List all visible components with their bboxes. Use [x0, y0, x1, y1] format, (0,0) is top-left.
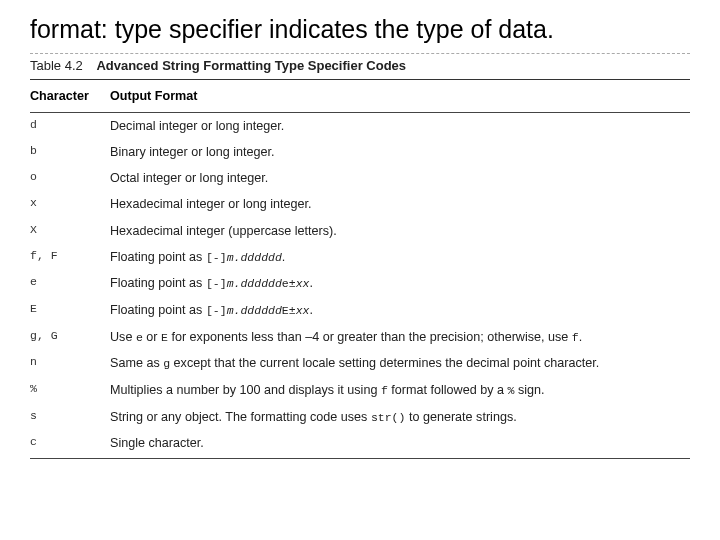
cell-character: s [30, 404, 110, 431]
cell-output-format: Hexadecimal integer or long integer. [110, 191, 690, 217]
intro-text: format: type specifier indicates the typ… [30, 14, 690, 45]
cell-output-format: Binary integer or long integer. [110, 139, 690, 165]
cell-output-format: Same as g except that the current locale… [110, 350, 690, 377]
table-row: EFloating point as [-]m.ddddddE±xx. [30, 297, 690, 324]
cell-character: c [30, 430, 110, 456]
cell-output-format: Multiplies a number by 100 and displays … [110, 377, 690, 404]
cell-character: o [30, 165, 110, 191]
cell-output-format: Octal integer or long integer. [110, 165, 690, 191]
table-row: %Multiplies a number by 100 and displays… [30, 377, 690, 404]
table-row: sString or any object. The formatting co… [30, 404, 690, 431]
table-body: dDecimal integer or long integer.bBinary… [30, 112, 690, 457]
col-header-output: Output Format [110, 81, 690, 112]
table-row: cSingle character. [30, 430, 690, 456]
table-top-rule [30, 79, 690, 80]
cell-character: b [30, 139, 110, 165]
cell-character: g, G [30, 324, 110, 351]
table-row: xHexadecimal integer or long integer. [30, 191, 690, 217]
cell-output-format: String or any object. The formatting cod… [110, 404, 690, 431]
cell-output-format: Use e or E for exponents less than –4 or… [110, 324, 690, 351]
table-row: dDecimal integer or long integer. [30, 112, 690, 139]
table-row: oOctal integer or long integer. [30, 165, 690, 191]
col-header-character: Character [30, 81, 110, 112]
cell-character: E [30, 297, 110, 324]
table-row: eFloating point as [-]m.dddddde±xx. [30, 270, 690, 297]
table-row: f, FFloating point as [-]m.dddddd. [30, 244, 690, 271]
cell-output-format: Floating point as [-]m.dddddde±xx. [110, 270, 690, 297]
table-header-row: Character Output Format [30, 81, 690, 112]
cell-character: f, F [30, 244, 110, 271]
cell-output-format: Floating point as [-]m.ddddddE±xx. [110, 297, 690, 324]
cell-character: e [30, 270, 110, 297]
table-number: Table 4.2 [30, 58, 83, 73]
table-row: nSame as g except that the current local… [30, 350, 690, 377]
table-bottom-rule [30, 458, 690, 459]
cell-character: n [30, 350, 110, 377]
cell-character: X [30, 218, 110, 244]
table-title: Advanced String Formatting Type Specifie… [96, 58, 406, 73]
table-row: XHexadecimal integer (uppercase letters)… [30, 218, 690, 244]
cell-character: d [30, 112, 110, 139]
specifier-table: Character Output Format dDecimal integer… [30, 81, 690, 456]
cell-output-format: Hexadecimal integer (uppercase letters). [110, 218, 690, 244]
cell-output-format: Floating point as [-]m.dddddd. [110, 244, 690, 271]
cell-character: x [30, 191, 110, 217]
cell-output-format: Single character. [110, 430, 690, 456]
table-caption: Table 4.2 Advanced String Formatting Typ… [30, 58, 690, 73]
slide: format: type specifier indicates the typ… [0, 0, 720, 469]
table-row: bBinary integer or long integer. [30, 139, 690, 165]
dashed-divider [30, 53, 690, 54]
table-row: g, GUse e or E for exponents less than –… [30, 324, 690, 351]
cell-character: % [30, 377, 110, 404]
cell-output-format: Decimal integer or long integer. [110, 112, 690, 139]
